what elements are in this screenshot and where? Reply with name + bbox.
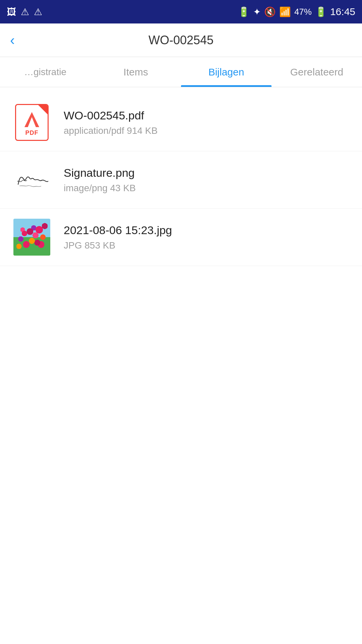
header: ‹ WO-002545: [0, 23, 362, 57]
file-meta: image/png 43 KB: [64, 183, 349, 194]
pdf-label: PDF: [25, 129, 39, 137]
photo-preview: [13, 219, 50, 256]
list-item[interactable]: PDF WO-002545.pdf application/pdf 914 KB: [0, 94, 362, 151]
status-icons-right: 🔋 ✦ 🔇 📶 47% 🔋 16:45: [238, 6, 355, 17]
tab-items-label: Items: [123, 66, 148, 78]
image-icon: 🖼: [7, 6, 16, 17]
file-list: PDF WO-002545.pdf application/pdf 914 KB…: [0, 87, 362, 273]
tab-items[interactable]: Items: [90, 57, 181, 87]
signature-icon: [15, 166, 49, 193]
file-meta: application/pdf 914 KB: [64, 125, 349, 136]
pdf-thumbnail: PDF: [13, 104, 50, 141]
file-info: 2021-08-06 15:23.jpg JPG 853 KB: [64, 224, 349, 251]
status-icons-left: 🖼 ⚠ ⚠: [7, 6, 42, 17]
list-item[interactable]: 2021-08-06 15:23.jpg JPG 853 KB: [0, 209, 362, 266]
tab-bijlagen[interactable]: Bijlagen: [181, 57, 272, 87]
list-item[interactable]: Signature.png image/png 43 KB: [0, 151, 362, 209]
photo-thumbnail: [13, 219, 50, 256]
tab-registratie-label: …gistratie: [24, 67, 66, 77]
warning-icon-1: ⚠: [21, 6, 29, 17]
mute-icon: 🔇: [264, 6, 276, 17]
acrobat-logo: [22, 109, 42, 129]
file-meta: JPG 853 KB: [64, 240, 349, 251]
pdf-icon: PDF: [15, 104, 49, 141]
file-name: Signature.png: [64, 166, 349, 179]
battery-indicator: 🔋: [315, 6, 327, 17]
signature-thumbnail: [13, 161, 50, 198]
battery-icon: 🔋: [238, 6, 250, 17]
file-info: WO-002545.pdf application/pdf 914 KB: [64, 109, 349, 136]
clock: 16:45: [330, 6, 355, 17]
page-title: WO-002545: [148, 33, 214, 47]
tab-bijlagen-label: Bijlagen: [208, 66, 244, 78]
battery-percent: 47%: [294, 7, 312, 17]
status-bar: 🖼 ⚠ ⚠ 🔋 ✦ 🔇 📶 47% 🔋 16:45: [0, 0, 362, 23]
back-button[interactable]: ‹: [10, 32, 15, 48]
bluetooth-icon: ✦: [253, 6, 261, 17]
file-name: 2021-08-06 15:23.jpg: [64, 224, 349, 237]
tab-registratie[interactable]: …gistratie: [0, 57, 90, 87]
tab-bar: …gistratie Items Bijlagen Gerelateerd: [0, 57, 362, 87]
file-info: Signature.png image/png 43 KB: [64, 166, 349, 194]
warning-icon-2: ⚠: [34, 6, 42, 17]
tab-gerelateerd-label: Gerelateerd: [290, 66, 343, 78]
wifi-icon: 📶: [279, 6, 291, 17]
file-name: WO-002545.pdf: [64, 109, 349, 122]
tab-gerelateerd[interactable]: Gerelateerd: [272, 57, 362, 87]
